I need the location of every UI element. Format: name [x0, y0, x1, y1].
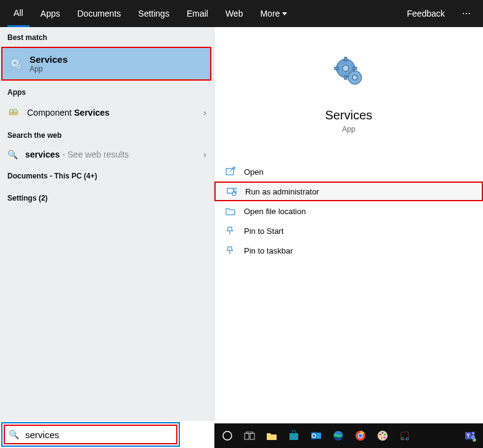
- web-result-text: services - See web results: [25, 150, 129, 159]
- search-input[interactable]: [25, 430, 172, 440]
- taskbar-outlook-icon[interactable]: [306, 426, 327, 446]
- svg-rect-19: [245, 433, 249, 439]
- svg-point-8: [343, 65, 349, 71]
- svg-point-17: [232, 192, 236, 196]
- svg-point-31: [380, 434, 381, 436]
- svg-point-1: [14, 61, 17, 64]
- taskbar: T: [214, 423, 483, 448]
- svg-point-18: [223, 431, 232, 440]
- settings-label[interactable]: Settings (2): [0, 184, 214, 206]
- open-icon: [225, 167, 235, 177]
- tab-settings[interactable]: Settings: [132, 0, 176, 27]
- result-text: Component Services: [27, 108, 110, 118]
- svg-point-34: [384, 437, 386, 439]
- tab-apps[interactable]: Apps: [34, 0, 67, 27]
- best-match-sub: App: [30, 65, 68, 73]
- preview-app-icon: [331, 54, 366, 91]
- svg-rect-22: [290, 433, 298, 440]
- services-icon: [10, 58, 22, 70]
- svg-point-10: [352, 75, 357, 80]
- search-web-label: Search the web: [0, 125, 214, 143]
- svg-rect-14: [353, 67, 357, 70]
- more-options-icon[interactable]: ⋯: [458, 0, 476, 27]
- svg-rect-35: [401, 432, 408, 439]
- action-open-file-location[interactable]: Open file location: [214, 201, 483, 221]
- results-panel: Best match Services App Apps Component S…: [0, 27, 214, 421]
- tab-documents[interactable]: Documents: [71, 0, 127, 27]
- component-services-icon: [7, 106, 20, 119]
- filter-tabbar: All Apps Documents Settings Email Web Mo…: [0, 0, 483, 27]
- svg-point-3: [18, 65, 20, 67]
- cortana-icon[interactable]: [217, 426, 238, 446]
- svg-point-40: [472, 432, 475, 435]
- search-icon: 🔍: [7, 150, 18, 159]
- best-match-title: Services: [30, 54, 68, 65]
- best-match-label: Best match: [0, 27, 214, 46]
- admin-icon: [227, 186, 237, 196]
- task-view-icon[interactable]: [239, 426, 260, 446]
- svg-text:T: T: [466, 433, 470, 439]
- taskbar-teams-icon[interactable]: T: [460, 426, 481, 446]
- preview-title: Services: [325, 108, 373, 122]
- taskbar-explorer-icon[interactable]: [261, 426, 282, 446]
- preview-panel: Services App Open Run as administrator O…: [214, 27, 483, 421]
- svg-rect-24: [317, 433, 321, 439]
- svg-point-32: [382, 432, 384, 434]
- action-pin-to-taskbar[interactable]: Pin to taskbar: [214, 241, 483, 260]
- svg-point-5: [9, 109, 14, 113]
- taskbar-snip-icon[interactable]: [394, 426, 415, 446]
- svg-point-33: [384, 434, 386, 436]
- apps-label: Apps: [0, 82, 214, 100]
- folder-icon: [225, 206, 235, 216]
- taskbar-store-icon[interactable]: [283, 426, 304, 446]
- web-result[interactable]: 🔍 services - See web results ›: [0, 143, 214, 166]
- svg-point-6: [14, 109, 18, 113]
- svg-rect-12: [344, 76, 347, 79]
- result-component-services[interactable]: Component Services ›: [0, 100, 214, 125]
- pin-icon: [225, 226, 235, 236]
- chevron-right-icon: ›: [203, 108, 206, 118]
- svg-point-29: [359, 434, 362, 438]
- action-open[interactable]: Open: [214, 162, 483, 182]
- taskbar-edge-icon[interactable]: [328, 426, 349, 446]
- best-match-result[interactable]: Services App: [1, 47, 211, 81]
- svg-rect-13: [335, 67, 338, 70]
- action-pin-to-start[interactable]: Pin to Start: [214, 221, 483, 241]
- preview-sub: App: [342, 125, 355, 134]
- taskbar-chrome-icon[interactable]: [350, 426, 371, 446]
- chevron-right-icon: ›: [203, 150, 206, 159]
- svg-rect-21: [246, 431, 253, 433]
- tab-email[interactable]: Email: [181, 0, 214, 27]
- pin-icon: [225, 246, 235, 255]
- tab-web[interactable]: Web: [219, 0, 250, 27]
- search-box[interactable]: 🔍: [1, 422, 180, 447]
- feedback-link[interactable]: Feedback: [399, 0, 453, 27]
- tab-all[interactable]: All: [7, 0, 30, 27]
- tab-more[interactable]: More: [254, 0, 293, 27]
- svg-rect-11: [344, 57, 347, 61]
- search-icon: 🔍: [9, 430, 19, 439]
- chevron-down-icon: [282, 12, 287, 15]
- svg-rect-20: [250, 433, 254, 439]
- documents-label[interactable]: Documents - This PC (4+): [0, 166, 214, 184]
- taskbar-paint-icon[interactable]: [372, 426, 393, 446]
- action-run-as-administrator[interactable]: Run as administrator: [214, 182, 483, 201]
